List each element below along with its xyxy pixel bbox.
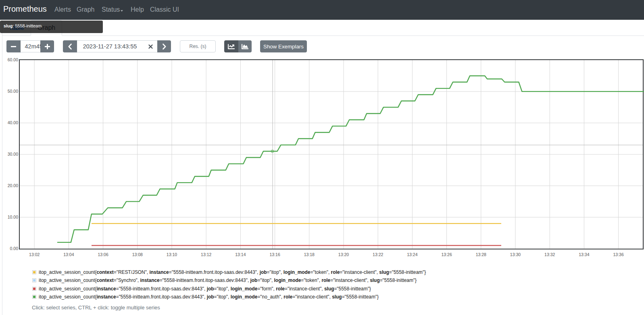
svg-text:13:28: 13:28: [476, 252, 486, 257]
svg-text:10.00: 10.00: [8, 215, 18, 219]
svg-text:13:16: 13:16: [269, 252, 280, 257]
svg-text:13:26: 13:26: [441, 252, 452, 257]
svg-text:60.00: 60.00: [8, 57, 18, 62]
svg-text:13:02: 13:02: [29, 252, 40, 257]
svg-text:13:08: 13:08: [132, 252, 143, 257]
svg-text:13:22: 13:22: [373, 252, 383, 257]
svg-text:13:34: 13:34: [579, 252, 589, 257]
svg-text:13:36: 13:36: [613, 252, 623, 257]
svg-text:13:14: 13:14: [235, 252, 246, 257]
svg-text:40.00: 40.00: [8, 120, 18, 125]
svg-text:13:30: 13:30: [510, 252, 521, 257]
svg-text:50.00: 50.00: [8, 89, 18, 94]
svg-text:13:32: 13:32: [544, 252, 555, 257]
svg-text:13:04: 13:04: [63, 252, 74, 257]
svg-text:13:10: 13:10: [167, 252, 177, 257]
svg-text:30.00: 30.00: [8, 152, 18, 156]
svg-text:20.00: 20.00: [8, 183, 18, 188]
svg-text:0.00: 0.00: [10, 246, 19, 251]
svg-text:13:12: 13:12: [201, 252, 211, 257]
svg-text:13:06: 13:06: [98, 252, 108, 257]
svg-text:13:24: 13:24: [407, 252, 417, 257]
svg-text:13:18: 13:18: [304, 252, 315, 257]
svg-text:13:20: 13:20: [338, 252, 349, 257]
